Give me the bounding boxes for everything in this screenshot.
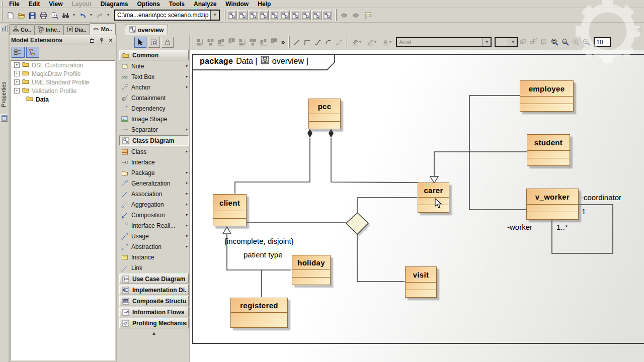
palette-scroll-up-icon[interactable]: ▲ [119, 330, 189, 336]
align-7-icon[interactable] [258, 37, 269, 47]
close-icon[interactable]: × [107, 37, 115, 44]
palette-item-link[interactable]: LLink [119, 262, 189, 273]
zoom-fit-icon[interactable] [549, 37, 560, 47]
undo-icon[interactable] [77, 10, 88, 21]
chevron-down-icon[interactable]: ▾ [186, 213, 188, 217]
operations-compartment[interactable] [520, 104, 573, 111]
chart-mini-icon[interactable] [1, 25, 8, 32]
zoom-out-icon[interactable] [581, 37, 592, 47]
fill-color-icon[interactable]: ▾ [349, 37, 364, 47]
align-2-icon[interactable] [205, 37, 216, 47]
properties-dock-tab[interactable]: Properties [1, 77, 9, 112]
menu-view[interactable]: View [44, 0, 67, 8]
chevron-down-icon[interactable]: ▾ [186, 223, 188, 228]
menu-file[interactable]: File [5, 0, 24, 8]
chevron-down-icon[interactable]: ▾ [186, 244, 188, 249]
palette-item-instance[interactable]: Instance [119, 252, 189, 262]
zoom-percent-input[interactable]: 10 [594, 37, 611, 47]
operations-compartment[interactable] [231, 320, 287, 327]
chevron-down-icon[interactable]: ▼ [482, 38, 491, 46]
attributes-compartment[interactable] [520, 96, 573, 104]
class-student[interactable]: student [527, 134, 570, 166]
browser-tab-inhe[interactable]: Inhe.. [34, 24, 64, 35]
group-icon[interactable] [518, 37, 528, 47]
tree-item-validation-profile[interactable]: +Validation Profile [11, 86, 115, 95]
chevron-down-icon[interactable]: ▾ [186, 202, 188, 207]
expand-icon[interactable]: + [14, 62, 20, 68]
browser-tab-dia[interactable]: Dia.. [63, 24, 90, 35]
palette-item-usage[interactable]: UUsage▾ [119, 231, 189, 241]
font-color-icon[interactable]: A▾ [379, 37, 394, 47]
note-tool-icon[interactable] [362, 10, 373, 21]
menu-window[interactable]: Window [221, 0, 253, 8]
tree-item-dsl-customization[interactable]: +DSL Customization [11, 61, 115, 69]
pin-icon[interactable] [98, 37, 106, 44]
tree-item-data[interactable]: Data [11, 95, 115, 104]
menu-analyze[interactable]: Analyze [189, 0, 221, 8]
diagram-shortcut-3-button[interactable] [248, 10, 258, 20]
align-6-icon[interactable] [248, 37, 258, 47]
diagram-shortcut-10-button[interactable] [322, 10, 332, 20]
pen-color-icon[interactable]: ▾ [364, 37, 379, 47]
palette-item-generalization[interactable]: Generalization▾ [119, 178, 189, 189]
toolbar-grip[interactable] [2, 9, 3, 21]
chevron-down-icon[interactable]: ▾ [186, 64, 188, 68]
palette-item-composite-structu[interactable]: Composite Structu... [119, 296, 189, 306]
palette-item-class[interactable]: Class▾ [119, 146, 189, 157]
forward-arrow-icon[interactable] [350, 10, 361, 21]
chevron-down-icon[interactable]: ▼ [210, 11, 219, 20]
ungroup-icon[interactable] [528, 37, 539, 47]
class-employee[interactable]: employee [520, 80, 574, 112]
attributes-compartment[interactable] [213, 211, 246, 218]
palette-item-dependency[interactable]: Dependency [119, 103, 189, 114]
palette-item-information-flows[interactable]: Information Flows [119, 307, 189, 317]
line-bent-icon[interactable] [312, 37, 323, 47]
find-binoculars-icon[interactable] [60, 10, 71, 21]
line-oblique-icon[interactable] [291, 37, 302, 47]
font-family-combo[interactable]: Arial▼ [396, 37, 492, 47]
zoom-1-1-icon[interactable]: 1:1 [560, 37, 571, 47]
palette-item-text-box[interactable]: abcText Box▾ [119, 71, 189, 82]
class-pcc[interactable]: pcc [308, 99, 341, 129]
chevron-down-icon[interactable]: ▼ [509, 38, 517, 46]
menu-diagrams[interactable]: Diagrams [96, 0, 133, 8]
attributes-compartment[interactable] [406, 282, 436, 290]
line-path-icon[interactable] [334, 37, 344, 47]
attributes-compartment[interactable] [527, 150, 570, 158]
attributes-compartment[interactable] [309, 114, 340, 121]
palette-item-containment[interactable]: Containment [119, 93, 189, 103]
align-3-icon[interactable] [216, 37, 226, 47]
back-arrow-icon[interactable] [338, 10, 349, 21]
chevron-down-icon[interactable]: ▾ [186, 85, 188, 89]
tree-view-icon[interactable] [12, 47, 25, 58]
chevron-down-icon[interactable]: ▾ [186, 74, 188, 79]
panel-mini-icon[interactable] [1, 114, 8, 122]
toolbar-grip[interactable] [2, 1, 3, 7]
line-rectilinear-icon[interactable] [302, 37, 312, 47]
palette-item-use-case-diagram[interactable]: Use Case Diagram [119, 274, 189, 284]
more-buttons-dropdown-icon[interactable]: ▾ [71, 10, 77, 21]
redo-icon[interactable] [94, 10, 105, 21]
attributes-compartment[interactable] [231, 312, 287, 320]
expand-icon[interactable]: + [14, 71, 20, 76]
print-preview-icon[interactable] [49, 10, 60, 21]
palette-item-anchor[interactable]: Anchor▾ [119, 82, 189, 93]
align-5-icon[interactable] [237, 37, 248, 47]
expand-icon[interactable]: + [14, 79, 20, 85]
class-v_worker[interactable]: v_worker [526, 189, 579, 220]
menu-tools[interactable]: Tools [165, 0, 189, 8]
attributes-compartment[interactable] [292, 269, 330, 277]
redo-dropdown-icon[interactable]: ▾ [105, 10, 111, 21]
diagram-shortcut-5-button[interactable] [269, 10, 279, 20]
zoom-in-icon[interactable] [571, 37, 581, 47]
operations-compartment[interactable] [527, 212, 578, 219]
tab-scroll-left-icon[interactable]: ◁ [636, 27, 640, 32]
tree-item-uml-standard-profile[interactable]: +UML Standard Profile [11, 78, 115, 86]
palette-item-common[interactable]: Common [119, 50, 189, 60]
attributes-compartment[interactable] [418, 197, 449, 205]
chevron-down-icon[interactable]: ▾ [186, 181, 188, 186]
expand-icon[interactable]: + [14, 88, 20, 94]
class-visit[interactable]: visit [405, 266, 437, 298]
align-8-icon[interactable] [269, 37, 279, 47]
tab-overview[interactable]: overview [125, 25, 168, 35]
